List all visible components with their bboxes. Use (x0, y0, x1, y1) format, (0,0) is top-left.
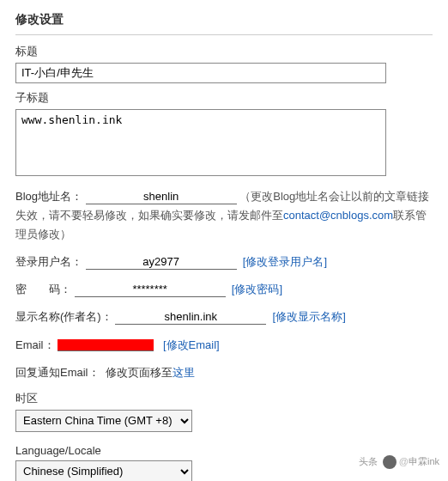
at-icon: @ (399, 456, 409, 466)
blog-url-input[interactable] (86, 190, 237, 204)
reply-email-hint: 修改页面移至 (106, 366, 173, 379)
blog-url-row: Blog地址名： （更改Blog地址名会让以前的文章链接失效，请不要轻易修改，如… (15, 187, 433, 244)
display-name-input[interactable] (115, 310, 266, 325)
title-label: 标题 (15, 44, 433, 59)
timezone-label: 时区 (15, 391, 433, 406)
change-display-name-link[interactable]: [修改显示名称] (273, 310, 346, 323)
password-label: 密 码： (15, 283, 71, 295)
title-input[interactable] (15, 63, 386, 83)
email-label: Email： (15, 338, 55, 351)
reply-email-label: 回复通知Email： (15, 366, 100, 379)
password-row: 密 码： [修改密码] (15, 280, 433, 299)
blog-url-label: Blog地址名： (15, 190, 82, 203)
contact-email-link[interactable]: contact@cnblogs.com (283, 209, 393, 222)
timezone-select[interactable]: Eastern China Time (GMT +8) (15, 410, 192, 432)
change-password-link[interactable]: [修改密码] (232, 283, 282, 295)
footer-credit: 头条 @申霖ink (359, 455, 439, 469)
email-row: Email： [修改Email] (15, 336, 433, 355)
login-user-row: 登录用户名： [修改登录用户名] (15, 253, 433, 271)
change-login-link[interactable]: [修改登录用户名] (243, 255, 327, 268)
login-user-label: 登录用户名： (15, 255, 82, 268)
footer-name: 申霖ink (409, 456, 439, 466)
page-title: 修改设置 (15, 7, 433, 35)
email-redacted (58, 339, 154, 351)
display-name-row: 显示名称(作者名)： [修改显示名称] (15, 307, 433, 326)
password-input[interactable] (75, 283, 226, 297)
change-email-link[interactable]: [修改Email] (163, 338, 220, 351)
avatar-icon (383, 455, 397, 469)
subtitle-textarea[interactable]: www.shenlin.ink (15, 109, 386, 176)
reply-email-link[interactable]: 这里 (173, 366, 195, 379)
reply-email-row: 回复通知Email： 修改页面移至这里 (15, 363, 433, 382)
footer-prefix: 头条 (359, 456, 378, 466)
locale-select[interactable]: Chinese (Simplified) (15, 460, 192, 481)
display-name-label: 显示名称(作者名)： (15, 310, 112, 323)
login-user-input[interactable] (86, 255, 237, 270)
subtitle-label: 子标题 (15, 90, 433, 106)
